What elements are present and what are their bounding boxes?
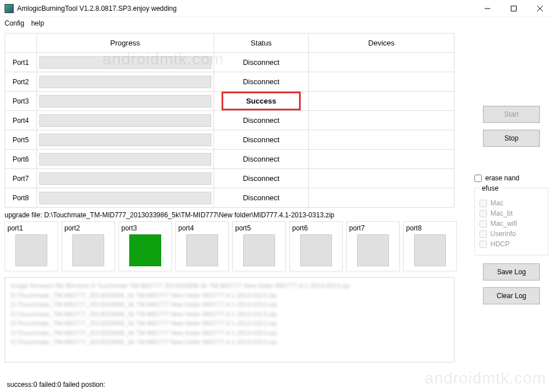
port-status-cell: Disconnect	[214, 169, 309, 188]
progress-bar	[39, 192, 211, 204]
port-panel-indicator	[15, 234, 47, 266]
port-panel-indicator	[357, 234, 389, 266]
mac-row[interactable]: Mac	[480, 199, 543, 207]
progress-bar	[39, 153, 211, 166]
port-panel-indicator	[129, 234, 161, 266]
log-line: D:\Touchmate_TM-MID777_2013033986_5k TM-…	[11, 310, 448, 319]
port-panel-indicator	[243, 234, 275, 266]
minimize-button[interactable]	[474, 0, 501, 17]
port-panel: port3	[118, 221, 172, 271]
log-line: D:\Touchmate_TM-MID777_2013033986_5k TM-…	[11, 319, 448, 328]
port-panel-label: port6	[292, 224, 340, 232]
titlebar: AmlogicBurningTool V1.2.8.0817.SP3.enjoy…	[0, 0, 553, 17]
port-label: Port8	[5, 188, 37, 208]
port-status-cell: Success	[214, 92, 309, 111]
mac-bt-checkbox[interactable]	[480, 210, 487, 217]
port-label: Port7	[5, 169, 37, 188]
log-line: D:\Touchmate_TM-MID777_2013033986_5k TM-…	[11, 328, 448, 338]
port-devices-cell	[309, 169, 454, 188]
log-line: D:\Touchmate_TM-MID777_2013033986_5k TM-…	[11, 337, 448, 347]
mac-wifi-row[interactable]: Mac_wifi	[480, 220, 543, 228]
userinfo-row[interactable]: Userinfo	[480, 230, 543, 238]
port-devices-cell	[309, 111, 454, 130]
port-progress-cell	[36, 111, 214, 130]
erase-nand-checkbox[interactable]	[474, 175, 482, 182]
hdcp-checkbox[interactable]	[480, 241, 487, 248]
table-row: Port2Disconnect	[5, 72, 454, 92]
port-devices-cell	[309, 53, 454, 72]
port-label: Port6	[5, 150, 37, 169]
port-panel-indicator	[300, 234, 332, 266]
port-panel: port6	[289, 221, 343, 271]
port-panel: port8	[403, 221, 457, 271]
userinfo-checkbox[interactable]	[480, 230, 487, 238]
erase-nand-row[interactable]: erase nand	[474, 174, 548, 182]
menubar: Config help	[0, 17, 553, 30]
mac-checkbox[interactable]	[480, 200, 487, 207]
port-panel-label: port2	[64, 224, 112, 232]
table-row: Port5Disconnect	[5, 130, 454, 150]
log-line: D:\Touchmate_TM-MID777_2013033986_5k TM-…	[11, 291, 448, 300]
hdcp-row[interactable]: HDCP	[480, 240, 543, 248]
port-label: Port3	[5, 92, 37, 111]
port-panel: port4	[175, 221, 229, 271]
port-panel: port2	[62, 221, 115, 271]
table-row: Port4Disconnect	[5, 111, 454, 130]
port-devices-cell	[309, 188, 454, 208]
header-status: Status	[214, 34, 309, 53]
window-controls	[474, 0, 553, 17]
port-progress-cell	[36, 72, 214, 92]
table-row: Port6Disconnect	[5, 150, 454, 169]
menu-help[interactable]: help	[31, 19, 44, 27]
port-panel: port5	[232, 221, 286, 271]
save-log-button[interactable]: Save Log	[483, 263, 540, 280]
header-devices: Devices	[309, 34, 454, 53]
port-progress-cell	[36, 169, 214, 188]
table-row: Port8Disconnect	[5, 188, 454, 208]
port-status-cell: Disconnect	[214, 72, 309, 92]
start-button[interactable]: Start	[483, 106, 540, 123]
table-row: Port3Success	[5, 92, 454, 111]
upgrade-file-path: upgrade file: D:\Touchmate_TM-MID777_201…	[5, 211, 469, 219]
port-panel-indicator	[414, 234, 446, 266]
port-panel-indicator	[186, 234, 218, 266]
port-panel-label: port4	[178, 224, 226, 232]
port-progress-cell	[36, 150, 214, 169]
app-icon	[5, 4, 14, 13]
progress-bar	[39, 95, 211, 108]
maximize-button[interactable]	[501, 0, 527, 17]
port-panel-indicator	[72, 234, 104, 266]
port-panel-label: port5	[235, 224, 283, 232]
progress-bar	[39, 114, 211, 127]
close-button[interactable]	[527, 0, 553, 17]
mac-bt-row[interactable]: Mac_bt	[480, 209, 543, 217]
port-panel: port1	[5, 221, 58, 271]
menu-config[interactable]: Config	[5, 19, 24, 27]
port-status-cell: Disconnect	[214, 53, 309, 72]
port-status-cell: Disconnect	[214, 150, 309, 169]
status-bar: success:0 failed:0 failed postion:	[7, 381, 105, 389]
ports-table: Progress Status Devices Port1DisconnectP…	[5, 33, 454, 208]
port-panel-label: port3	[121, 224, 169, 232]
table-row: Port1Disconnect	[5, 53, 454, 72]
port-devices-cell	[309, 150, 454, 169]
log-panel[interactable]: Image firmware file filename D Touchmate…	[5, 277, 454, 362]
port-devices-cell	[309, 72, 454, 92]
stop-button[interactable]: Stop	[483, 130, 540, 147]
port-devices-cell	[309, 92, 454, 111]
port-status-cell: Disconnect	[214, 130, 309, 150]
clear-log-button[interactable]: Clear Log	[483, 287, 540, 304]
efuse-legend: efuse	[480, 184, 501, 192]
port-progress-cell	[36, 188, 214, 208]
mac-wifi-checkbox[interactable]	[480, 220, 487, 228]
status-success-badge: Success	[222, 92, 301, 110]
port-label: Port1	[5, 53, 37, 72]
port-label: Port2	[5, 72, 37, 92]
progress-bar	[39, 76, 211, 88]
port-progress-cell	[36, 130, 214, 150]
port-panel-label: port8	[406, 224, 454, 232]
log-line: Image firmware file filename D Touchmate…	[11, 281, 448, 291]
progress-bar	[39, 56, 211, 69]
svg-rect-1	[511, 6, 517, 11]
port-label: Port5	[5, 130, 37, 150]
